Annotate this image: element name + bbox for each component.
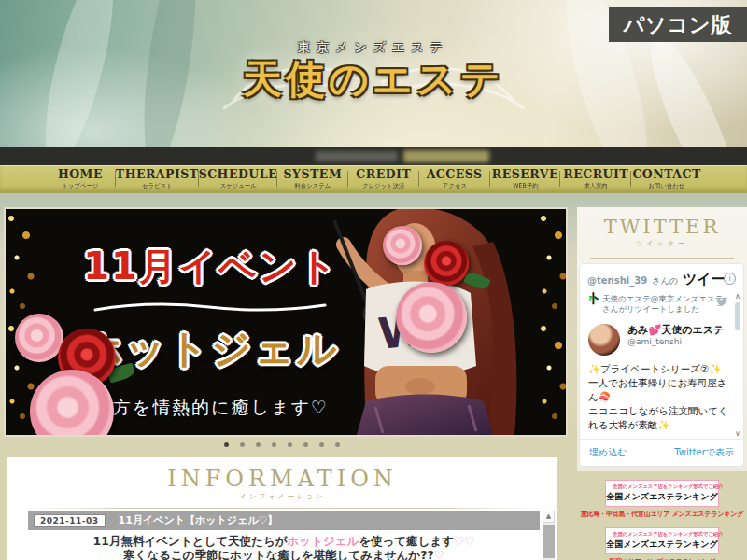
carousel-dot-7[interactable] bbox=[319, 442, 324, 447]
twitter-account-link[interactable]: @tenshi_39 bbox=[587, 275, 647, 286]
nav-label: CONTACT bbox=[631, 168, 702, 181]
nav-item-reserve[interactable]: RESERVE WEB予約 bbox=[490, 165, 561, 191]
rose-decoration bbox=[424, 241, 469, 286]
ranking-banner-national-2[interactable]: 全国のメンズエステ店をランキング形式でご紹介 全国メンズエステランキング bbox=[605, 527, 719, 554]
wave-divider bbox=[92, 299, 331, 315]
twitter-section-title: TWITTER bbox=[577, 207, 747, 238]
nav-sublabel: 料金システム bbox=[283, 182, 343, 189]
ranking-group-1: 全国のメンズエステ店をランキング形式でご紹介 全国メンズエステランキング 恵比寿… bbox=[577, 480, 747, 519]
carousel-dot-3[interactable] bbox=[256, 442, 261, 447]
nav-label: ACCESS bbox=[419, 168, 490, 181]
ranking-banners: 全国のメンズエステ店をランキング形式でご紹介 全国メンズエステランキング 恵比寿… bbox=[577, 471, 747, 560]
nav-item-schedule[interactable]: SCHEDULE スケジュール bbox=[199, 165, 277, 191]
news-text: 寒くなるこの季節にホットな癒しを堪能してみませんか?? bbox=[123, 548, 434, 560]
rose-decoration bbox=[15, 314, 63, 362]
tweet-author-handle[interactable]: @ami_tenshi bbox=[627, 337, 730, 346]
twitter-section-subtitle: ツイッター bbox=[577, 239, 747, 248]
nav-item-home[interactable]: HOME トップページ bbox=[45, 165, 116, 191]
scroll-down-icon[interactable]: ∨ bbox=[733, 429, 742, 438]
nav-sublabel: セラピスト bbox=[121, 182, 191, 189]
nav-label: SYSTEM bbox=[277, 168, 348, 181]
nav-sublabel: お問い合わせ bbox=[637, 182, 697, 189]
carousel-dot-1[interactable] bbox=[224, 442, 229, 447]
ranking-banner-tagline: 全国のメンズエステ店をランキング形式でご紹介 bbox=[613, 483, 712, 491]
view-on-twitter-link[interactable]: Twitterで表示 bbox=[674, 446, 734, 459]
main-nav: HOME トップページ THERAPIST セラピスト SCHEDULE スケジ… bbox=[0, 165, 747, 193]
twitter-widget: @tenshi_39 さんの ツイート i ↻ 天使のエステ@東京メンズエステさ… bbox=[579, 263, 744, 467]
twitter-widget-footer: 埋め込む Twitterで表示 bbox=[580, 439, 743, 466]
nav-label: CREDIT bbox=[348, 168, 419, 181]
rose-decoration bbox=[383, 226, 422, 265]
nav-item-credit[interactable]: CREDIT クレジット決済 bbox=[348, 165, 419, 191]
hero-banner[interactable]: W 11月イベント ホットジェル 貴方を情熱的に癒します♡ bbox=[4, 207, 568, 437]
nav-label: SCHEDULE bbox=[199, 168, 277, 181]
scrollbar-thumb[interactable] bbox=[543, 525, 555, 558]
news-highlight: ホットジェル bbox=[287, 534, 359, 548]
ranking-banner-tagline: 全国のメンズエステ店をランキング形式でご紹介 bbox=[613, 531, 712, 539]
news-title: 11月イベント【ホットジェル♡】 bbox=[119, 513, 278, 527]
scroll-up-icon[interactable]: ∧ bbox=[733, 292, 742, 301]
information-title: INFORMATION bbox=[7, 457, 557, 492]
news-body: 11月無料イベントとして天使たちがホットジェルを使って癒します♡♡ 寒くなるこの… bbox=[28, 534, 540, 560]
rose-decoration bbox=[396, 282, 467, 353]
news-text: を使って癒します bbox=[359, 534, 454, 548]
carousel-dot-6[interactable] bbox=[303, 442, 308, 447]
twitter-bird-icon bbox=[715, 296, 728, 307]
twitter-header-text: さんの bbox=[652, 276, 678, 286]
tweet-scrollbar[interactable]: ∧ ∨ bbox=[733, 292, 742, 438]
carousel-dot-8[interactable] bbox=[335, 442, 340, 447]
nav-item-system[interactable]: SYSTEM 料金システム bbox=[277, 165, 348, 191]
carousel-dot-4[interactable] bbox=[272, 442, 276, 447]
information-subtitle: インフォメーション bbox=[7, 492, 557, 501]
ranking-caption-ebisu[interactable]: 恵比寿・中目黒・代官山エリア メンズエステランキング bbox=[577, 510, 747, 519]
ranking-banner-title: 全国メンズエステランキング bbox=[606, 491, 718, 503]
nav-sublabel: 求人案内 bbox=[566, 182, 626, 189]
news-text: 11月無料イベントとして天使たちが bbox=[93, 534, 288, 548]
carousel-dots bbox=[224, 442, 340, 447]
avatar[interactable] bbox=[588, 324, 620, 356]
news-scrollbar[interactable]: ▲ bbox=[543, 511, 555, 560]
news-hearts: ♡♡ bbox=[454, 534, 474, 548]
nav-item-contact[interactable]: CONTACT お問い合わせ bbox=[631, 165, 702, 191]
glitter-border-right bbox=[538, 209, 566, 435]
nav-label: RECRUIT bbox=[560, 168, 631, 181]
divider bbox=[26, 508, 539, 509]
nav-item-therapist[interactable]: THERAPIST セラピスト bbox=[116, 165, 199, 191]
scroll-up-icon[interactable]: ▲ bbox=[543, 511, 555, 523]
embed-link[interactable]: 埋め込む bbox=[589, 446, 627, 459]
divider bbox=[590, 258, 734, 259]
blurred-phone-number bbox=[403, 150, 489, 162]
nav-item-access[interactable]: ACCESS アクセス bbox=[419, 165, 490, 191]
tweet-text: ✨プライベートシリーズ②✨一人でお仕事帰りにお寿司屋さん🍣ニコニコしながら注文聞… bbox=[588, 362, 730, 438]
page: 東京メンズエステ 天使のエステ パソコン版 HOME トップページ THERAP… bbox=[0, 0, 747, 560]
nav-sublabel: クレジット決済 bbox=[354, 182, 414, 189]
nav-label: THERAPIST bbox=[116, 168, 199, 181]
event-title: 11月イベント bbox=[54, 241, 368, 292]
retweet-icon: ↻ bbox=[588, 294, 596, 304]
tweet-author-name[interactable]: あみ💕天使のエステ bbox=[627, 323, 730, 337]
news-date: 2021-11-03 bbox=[34, 514, 106, 527]
phone-info-bar bbox=[0, 147, 747, 165]
retweet-notice: ↻ 天使のエステ@東京メンズエステさんがリツイートしました bbox=[588, 294, 727, 315]
ranking-banner-title: 全国メンズエステランキング bbox=[606, 539, 718, 551]
nav-item-recruit[interactable]: RECRUIT 求人案内 bbox=[560, 165, 631, 191]
tweet-author: あみ💕天使のエステ @ami_tenshi bbox=[588, 323, 730, 357]
retweet-text: 天使のエステ@東京メンズエステさんがリツイートしました bbox=[602, 294, 724, 314]
twitter-widget-header: @tenshi_39 さんの ツイート i bbox=[580, 264, 743, 290]
site-logo[interactable]: 天使のエステ bbox=[0, 53, 747, 105]
info-icon[interactable]: i bbox=[724, 273, 736, 285]
carousel-dot-2[interactable] bbox=[240, 442, 245, 447]
ranking-banner-national-1[interactable]: 全国のメンズエステ店をランキング形式でご紹介 全国メンズエステランキング bbox=[605, 480, 719, 507]
ranking-group-2: 全国のメンズエステ店をランキング形式でご紹介 全国メンズエステランキング 新宿エ… bbox=[577, 527, 747, 560]
news-entry-header[interactable]: 2021-11-03 11月イベント【ホットジェル♡】 bbox=[28, 511, 540, 530]
blurred-text-block bbox=[316, 151, 398, 161]
nav-label: HOME bbox=[45, 168, 116, 181]
news-heart: ♡ bbox=[434, 548, 444, 560]
scrollbar-thumb[interactable] bbox=[735, 302, 740, 330]
nav-sublabel: アクセス bbox=[424, 182, 484, 189]
nav-label: RESERVE bbox=[490, 168, 561, 181]
nav-sublabel: WEB予約 bbox=[495, 182, 555, 189]
nav-sublabel: トップページ bbox=[50, 182, 110, 189]
tweet-scroll-area[interactable]: ↻ 天使のエステ@東京メンズエステさんがリツイートしました あみ💕天使のエステ … bbox=[580, 292, 732, 438]
carousel-dot-5[interactable] bbox=[288, 442, 292, 447]
